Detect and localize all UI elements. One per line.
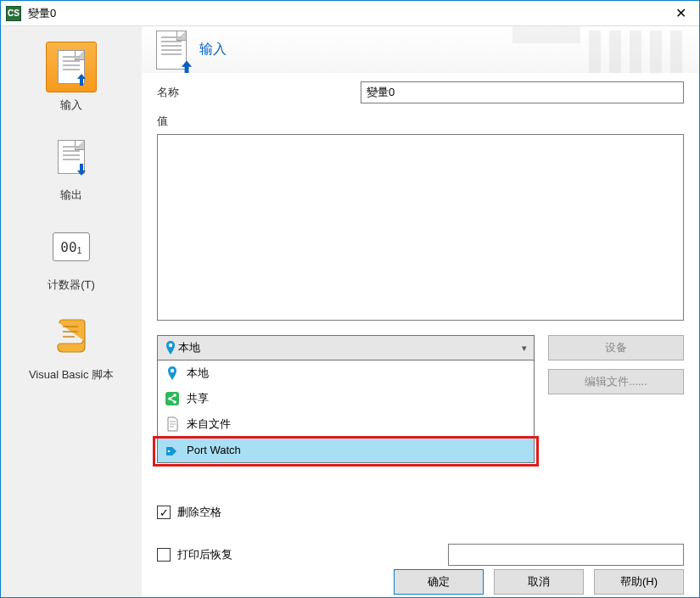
output-icon (46, 131, 97, 182)
dropdown-option-label: Port Watch (187, 444, 241, 456)
header-heading: 输入 (199, 41, 227, 59)
pin-icon (163, 340, 178, 355)
pin-icon (163, 364, 182, 383)
header-banner: 输入 (142, 26, 699, 73)
dropdown-option-portwatch[interactable]: Port Watch (158, 437, 534, 462)
trim-spaces-label: 删除空格 (177, 505, 221, 520)
svg-rect-2 (165, 392, 179, 405)
sidebar: 输入 输出 001 计数器(T) (1, 26, 142, 597)
source-dropdown-list: 本地 共享 (157, 360, 535, 463)
source-dropdown[interactable]: 本地 ▾ (157, 335, 535, 360)
input-icon (46, 42, 97, 92)
dropdown-option-local[interactable]: 本地 (158, 360, 534, 386)
dropdown-selected-label: 本地 (178, 340, 200, 355)
trim-spaces-checkbox[interactable] (157, 506, 171, 519)
titlebar: CS 變量0 ✕ (1, 1, 699, 26)
svg-point-6 (168, 450, 171, 453)
file-icon (163, 415, 182, 433)
chevron-down-icon: ▾ (522, 343, 527, 354)
share-icon (163, 389, 182, 408)
restore-after-print-checkbox[interactable] (157, 548, 171, 562)
scroll-icon (46, 311, 97, 362)
help-button[interactable]: 帮助(H) (594, 569, 684, 595)
svg-point-1 (171, 369, 174, 372)
dropdown-option-label: 本地 (187, 366, 209, 381)
svg-point-0 (169, 344, 172, 347)
restore-value-input[interactable] (448, 544, 684, 566)
dialog-footer: 确定 取消 帮助(H) (142, 566, 699, 597)
device-button[interactable]: 设备 (548, 335, 684, 360)
window-title: 變量0 (28, 6, 662, 21)
sidebar-item-output[interactable]: 输出 (1, 131, 142, 203)
value-label: 值 (157, 114, 684, 129)
sidebar-item-label: 输出 (60, 187, 82, 203)
counter-icon: 001 (46, 221, 97, 272)
header-decoration (512, 26, 699, 73)
sidebar-item-input[interactable]: 输入 (1, 42, 142, 113)
name-input[interactable] (361, 81, 684, 103)
sidebar-item-counter[interactable]: 001 计数器(T) (1, 221, 142, 293)
close-button[interactable]: ✕ (662, 1, 699, 26)
name-label: 名称 (157, 85, 361, 100)
app-icon: CS (6, 6, 21, 21)
sidebar-item-vbscript[interactable]: Visual Basic 脚本 (1, 311, 142, 383)
cancel-button[interactable]: 取消 (494, 569, 584, 595)
dropdown-option-fromfile[interactable]: 来自文件 (158, 411, 534, 437)
restore-after-print-label: 打印后恢复 (177, 547, 232, 562)
edit-file-button[interactable]: 编辑文件...... (548, 369, 684, 394)
value-textarea[interactable] (157, 134, 684, 321)
dropdown-option-label: 来自文件 (187, 416, 231, 432)
sidebar-item-label: 计数器(T) (48, 277, 95, 293)
header-input-icon (152, 31, 191, 70)
tag-icon (163, 440, 182, 459)
sidebar-item-label: Visual Basic 脚本 (29, 367, 114, 383)
dropdown-option-label: 共享 (187, 391, 209, 406)
sidebar-item-label: 输入 (60, 98, 82, 113)
dropdown-option-share[interactable]: 共享 (158, 386, 534, 411)
ok-button[interactable]: 确定 (394, 569, 484, 595)
